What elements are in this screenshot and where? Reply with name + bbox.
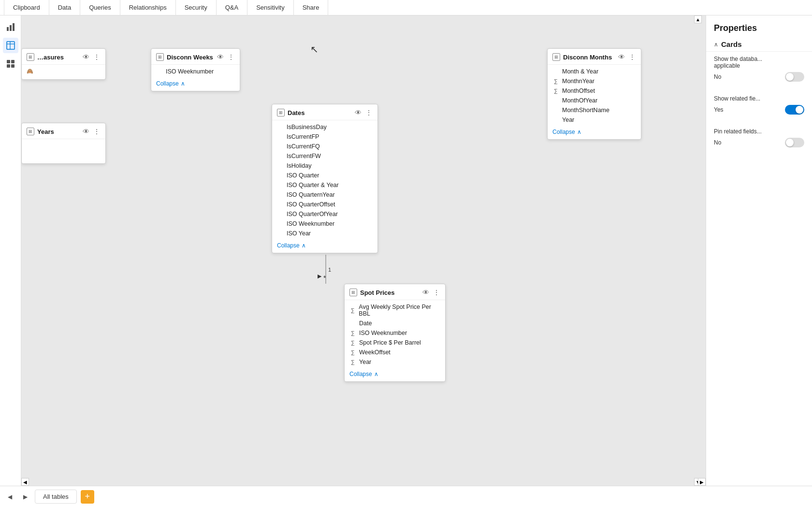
disconn-weeks-more-btn[interactable]: ⋮: [227, 53, 235, 61]
disconn-weeks-visibility-btn[interactable]: 👁: [217, 53, 224, 61]
measures-visibility-btn[interactable]: 👁: [82, 53, 90, 61]
table-card-dates: ⊞ Dates 👁 ⋮ IsBusinessDay IsCurrentFP Is…: [272, 104, 378, 253]
measures-hidden-icon: 🙈: [27, 68, 33, 74]
field-monthoffset: ∑ MonthOffset: [552, 86, 636, 96]
pin-related-label: Pin related fields...: [714, 128, 804, 135]
dates-visibility-btn[interactable]: 👁: [354, 108, 362, 117]
left-sidebar: [0, 15, 21, 486]
table-name-spot-prices: Spot Prices: [360, 289, 395, 296]
scroll-up-btn[interactable]: ▲: [694, 15, 702, 23]
svg-text:1: 1: [328, 267, 331, 273]
cursor-pointer: ↖: [310, 43, 319, 55]
field-iso-quarter: ISO Quarter: [277, 171, 373, 180]
disconn-months-more-btn[interactable]: ⋮: [628, 53, 636, 61]
spot-prices-visibility-btn[interactable]: 👁: [422, 288, 430, 297]
field-iso-weeknumber-dates: ISO Weeknumber: [277, 219, 373, 229]
field-icon-weekoffset: ∑: [349, 349, 356, 355]
toolbar-data[interactable]: Data: [49, 0, 80, 15]
collapse-icon-spot-prices: ∧: [374, 371, 378, 377]
toggle-thumb-show-db: [786, 73, 794, 81]
table-icon-disconn-weeks: ⊞: [156, 53, 164, 61]
field-avg-weekly-spot: ∑ Avg Weekly Spot Price Per BBL: [349, 302, 440, 319]
add-tab-btn[interactable]: +: [81, 490, 94, 504]
toolbar-qa[interactable]: Q&A: [217, 0, 247, 15]
toggle-row-no: No: [714, 72, 804, 82]
field-label-monthshortname: MonthShortName: [562, 107, 609, 114]
property-show-database: Show the databa...applicable No: [706, 52, 812, 91]
disconn-months-collapse[interactable]: Collapse ∧: [548, 127, 641, 139]
field-label-spot-price-per-barrel: Spot Price $ Per Barrel: [359, 339, 421, 346]
cards-header[interactable]: ∧ Cards: [714, 40, 812, 48]
sidebar-icon-table[interactable]: [3, 38, 18, 53]
field-label-monthnyear: MonthnYear: [562, 78, 594, 85]
sidebar-icon-grid[interactable]: [3, 56, 18, 72]
measures-more-btn[interactable]: ⋮: [93, 53, 101, 61]
field-icon-iso-weeknumber-spot: ∑: [349, 330, 356, 336]
toolbar-security[interactable]: Security: [176, 0, 217, 15]
field-label-isholiday: IsHoliday: [287, 162, 311, 169]
years-body: [22, 139, 105, 163]
toggle-pin-related[interactable]: [785, 138, 804, 147]
field-label-avg-weekly-spot: Avg Weekly Spot Price Per BBL: [359, 304, 440, 317]
table-name-disconn-months: Disconn Months: [563, 54, 612, 61]
sidebar-icon-chart[interactable]: [3, 19, 18, 35]
field-date: Date: [349, 319, 440, 328]
toolbar-share[interactable]: Share: [294, 0, 329, 15]
field-label-iso-quarterofyear: ISO QuarterOfYear: [287, 211, 338, 217]
spot-prices-more-btn[interactable]: ⋮: [433, 288, 440, 297]
field-icon-monthoffset: ∑: [552, 88, 559, 94]
field-label-isbusinessday: IsBusinessDay: [287, 124, 327, 130]
table-name-dates: Dates: [288, 109, 304, 116]
show-related-label: Show related fie...: [714, 95, 804, 102]
field-label-iso-quarteroffset: ISO QuarterOffset: [287, 201, 335, 208]
table-name-years: Years: [37, 128, 54, 135]
field-year-spot: ∑ Year: [349, 357, 440, 367]
properties-title: Properties: [706, 15, 812, 37]
table-icon-dates: ⊞: [277, 109, 285, 116]
svg-text:▶: ▶: [318, 273, 322, 279]
field-iso-weeknumber-weeks: ISO Weeknumber: [156, 67, 235, 76]
property-show-related: Show related fie... Yes: [706, 91, 812, 124]
field-icon-year-spot: ∑: [349, 359, 356, 365]
scroll-right-btn[interactable]: ▶: [698, 478, 706, 486]
years-visibility-btn[interactable]: 👁: [82, 127, 90, 136]
dates-more-btn[interactable]: ⋮: [365, 108, 373, 117]
field-label-iso-weeknumber-dates: ISO Weeknumber: [287, 220, 334, 227]
disconn-months-body: Month & Year ∑ MonthnYear ∑ MonthOffset …: [548, 65, 641, 127]
field-monthnyear: ∑ MonthnYear: [552, 76, 636, 86]
field-label-year-months: Year: [562, 116, 574, 123]
svg-rect-0: [7, 27, 9, 31]
svg-rect-7: [11, 60, 14, 63]
dates-collapse[interactable]: Collapse ∧: [272, 240, 377, 253]
field-iso-quarteroffset: ISO QuarterOffset: [277, 200, 373, 209]
all-tables-tab[interactable]: All tables: [35, 490, 77, 504]
collapse-icon-disconn-months: ∧: [577, 129, 581, 135]
field-year-months: Year: [552, 115, 636, 125]
nav-next-btn[interactable]: ▶: [19, 491, 31, 503]
toolbar-queries[interactable]: Queries: [80, 0, 120, 15]
field-iso-quarternyear: ISO QuarternYear: [277, 190, 373, 200]
collapse-text-disconn-weeks: Collapse: [156, 80, 179, 87]
toolbar-clipboard[interactable]: Clipboard: [4, 0, 49, 15]
disconn-months-visibility-btn[interactable]: 👁: [618, 53, 625, 61]
field-iso-weeknumber-spot: ∑ ISO Weeknumber: [349, 328, 440, 338]
field-label-year-spot: Year: [359, 359, 371, 365]
disconn-weeks-collapse[interactable]: Collapse ∧: [151, 78, 240, 91]
toggle-show-related[interactable]: [785, 105, 804, 115]
toolbar-relationships[interactable]: Relationships: [120, 0, 176, 15]
svg-rect-9: [11, 64, 14, 68]
scroll-left-btn[interactable]: ◀: [21, 478, 29, 486]
field-label-iscurrentfq: IsCurrentFQ: [287, 143, 320, 150]
spot-prices-body: ∑ Avg Weekly Spot Price Per BBL Date ∑ I…: [345, 300, 445, 369]
nav-prev-btn[interactable]: ◀: [4, 491, 15, 503]
svg-rect-3: [7, 42, 14, 49]
toggle-show-database[interactable]: [785, 72, 804, 82]
field-label-iso-quarter: ISO Quarter: [287, 172, 319, 179]
toggle-row-yes: Yes: [714, 105, 804, 115]
spot-prices-collapse[interactable]: Collapse ∧: [345, 369, 445, 381]
field-iscurrentfq: IsCurrentFQ: [277, 142, 373, 151]
years-more-btn[interactable]: ⋮: [93, 127, 101, 136]
field-iso-quarter-year: ISO Quarter & Year: [277, 180, 373, 190]
field-isholiday: IsHoliday: [277, 161, 373, 171]
toolbar-sensitivity[interactable]: Sensitivity: [247, 0, 294, 15]
